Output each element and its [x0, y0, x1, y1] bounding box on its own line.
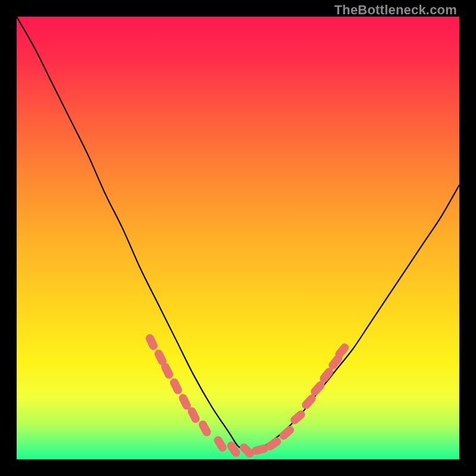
gradient-background — [17, 17, 459, 459]
chart-frame — [17, 17, 459, 459]
bottleneck-chart — [17, 17, 459, 459]
watermark-text: TheBottleneck.com — [334, 2, 457, 18]
plot-area — [17, 17, 459, 459]
